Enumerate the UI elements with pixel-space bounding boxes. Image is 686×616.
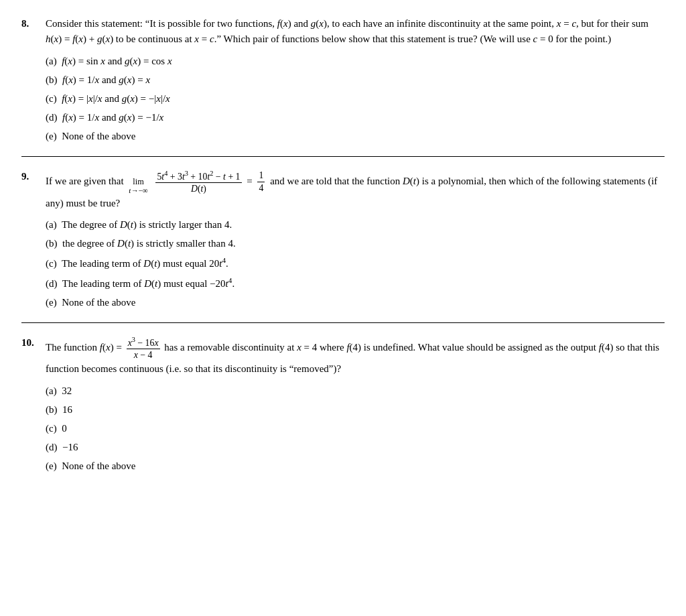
divider-1 <box>21 156 665 157</box>
q9-number: 9. <box>21 169 46 211</box>
q10-text: The function f(x) = x3 − 16x x − 4 has a… <box>46 335 665 377</box>
q10-number: 10. <box>21 335 46 377</box>
question-10: 10. The function f(x) = x3 − 16x x − 4 h… <box>21 335 665 474</box>
q8-text: Consider this statement: “It is possible… <box>46 16 665 48</box>
q9-option-b: (b) the degree of D(t) is strictly small… <box>46 235 665 251</box>
q9-option-c: (c) The leading term of D(t) must equal … <box>46 254 665 271</box>
q8-option-d: (d) f(x) = 1/x and g(x) = −1/x <box>46 109 665 125</box>
divider-2 <box>21 322 665 323</box>
q8-option-c: (c) f(x) = |x|/x and g(x) = −|x|/x <box>46 90 665 107</box>
q8-option-a: (a) f(x) = sin x and g(x) = cos x <box>46 53 665 69</box>
q10-option-e: (e) None of the above <box>46 458 665 474</box>
question-8: 8. Consider this statement: “It is possi… <box>21 16 665 144</box>
q9-option-d: (d) The leading term of D(t) must equal … <box>46 274 665 292</box>
q8-option-e: (e) None of the above <box>46 128 665 144</box>
q10-options: (a) 32 (b) 16 (c) 0 (d) −16 (e) None of … <box>46 383 665 474</box>
q9-text: If we are given that lim t→−∞ 5t4 + 3t3 … <box>46 169 665 211</box>
q8-options: (a) f(x) = sin x and g(x) = cos x (b) f(… <box>46 53 665 144</box>
question-9: 9. If we are given that lim t→−∞ 5t4 + 3… <box>21 169 665 310</box>
q10-option-a: (a) 32 <box>46 383 665 399</box>
q8-number: 8. <box>21 16 46 48</box>
q9-option-a: (a) The degree of D(t) is strictly large… <box>46 217 665 233</box>
q10-option-c: (c) 0 <box>46 420 665 436</box>
q10-option-b: (b) 16 <box>46 402 665 418</box>
q9-options: (a) The degree of D(t) is strictly large… <box>46 217 665 310</box>
q10-option-d: (d) −16 <box>46 439 665 455</box>
q8-option-b: (b) f(x) = 1/x and g(x) = x <box>46 72 665 88</box>
q9-option-e: (e) None of the above <box>46 294 665 310</box>
